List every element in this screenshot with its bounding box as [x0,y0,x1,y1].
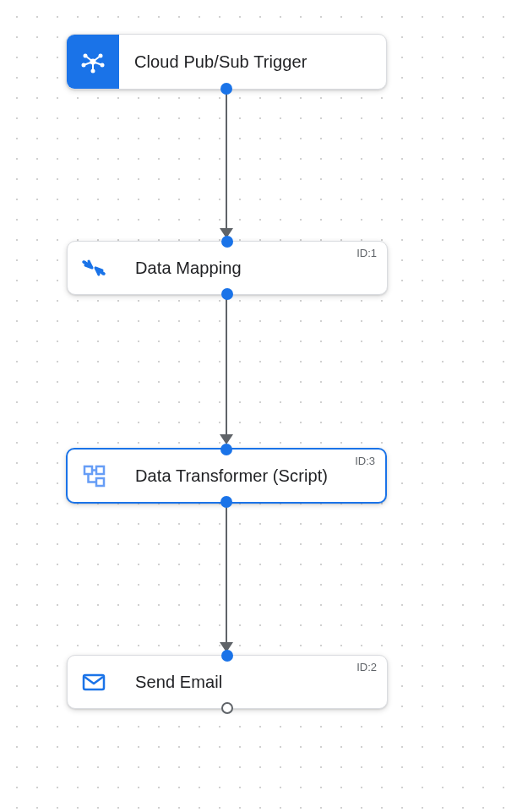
svg-rect-13 [84,466,92,474]
envelope-icon [68,656,120,708]
connector-line [226,299,227,436]
workflow-canvas[interactable]: Cloud Pub/Sub Trigger ID:1 Data Mapping … [0,0,517,812]
node-id-label: ID:1 [356,247,377,259]
node-label: Data Mapping [120,259,242,278]
input-port[interactable] [221,650,233,662]
connector-line [226,507,227,644]
pubsub-hub-icon [67,35,119,89]
input-port[interactable] [220,444,232,455]
output-port[interactable] [221,288,233,300]
svg-rect-15 [96,478,104,486]
node-pubsub-trigger[interactable]: Cloud Pub/Sub Trigger [66,34,387,90]
svg-line-7 [93,56,101,62]
node-send-email[interactable]: ID:2 Send Email [67,655,388,709]
input-port[interactable] [221,236,233,248]
sitemap-icon [68,450,120,502]
converge-arrows-icon [68,242,120,294]
svg-rect-14 [96,466,104,474]
node-data-mapping[interactable]: ID:1 Data Mapping [67,241,388,295]
connector-line [226,91,227,230]
node-label: Cloud Pub/Sub Trigger [119,52,307,72]
node-id-label: ID:2 [356,661,377,673]
node-label: Data Transformer (Script) [120,466,328,486]
node-id-label: ID:3 [355,455,375,467]
node-data-transformer[interactable]: ID:3 Data Transformer (Script) [66,448,387,504]
node-label: Send Email [120,673,222,692]
output-port[interactable] [220,496,232,508]
output-port[interactable] [220,83,232,95]
output-port[interactable] [221,702,233,714]
svg-line-6 [85,56,93,62]
